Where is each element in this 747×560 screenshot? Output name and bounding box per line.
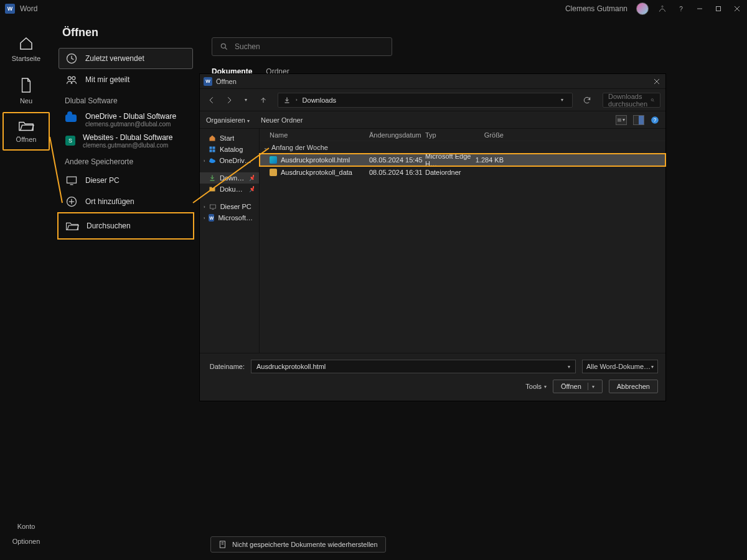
window-maximize-icon[interactable]	[713, 4, 723, 14]
breadcrumb-sep-icon: ›	[296, 97, 298, 103]
chevron-down-icon: ⌄	[263, 145, 268, 151]
window-minimize-icon[interactable]	[695, 4, 705, 14]
nav-new[interactable]: Neu	[2, 70, 50, 112]
pin-icon: 📌	[249, 175, 254, 181]
filename-label: Dateiname:	[207, 363, 245, 370]
file-open-dialog: W Öffnen ▾ › Downloads ▾ Downloads durch…	[199, 73, 666, 401]
location-shared[interactable]: Mit mir geteilt	[59, 69, 193, 90]
nav-open[interactable]: Öffnen	[2, 112, 50, 151]
list-header: Name Änderungsdatum Typ Größe	[260, 129, 665, 141]
tree-downloads[interactable]: Downloads 📌	[200, 172, 259, 184]
chevron-right-icon: ›	[204, 215, 205, 221]
nav-home-label: Startseite	[12, 55, 40, 62]
user-avatar[interactable]	[636, 2, 649, 15]
location-recent[interactable]: Zuletzt verwendet	[59, 48, 193, 69]
svg-point-14	[651, 98, 653, 100]
search-placeholder: Suchen	[235, 42, 260, 51]
location-browse[interactable]: Durchsuchen	[59, 213, 193, 238]
svg-line-15	[653, 100, 654, 101]
svg-point-7	[72, 77, 75, 80]
col-date[interactable]: Änderungsdatum	[369, 131, 425, 139]
location-this-pc-label: Dieser PC	[85, 176, 120, 185]
filename-input[interactable]: Ausdruckprotokoll.html ▾	[251, 360, 576, 373]
preview-pane-icon[interactable]	[633, 115, 644, 125]
nav-options[interactable]: Optionen	[12, 534, 40, 549]
svg-rect-27	[210, 205, 215, 208]
svg-point-0	[662, 6, 663, 7]
window-titlebar: W Word Clemens Gutmann ?	[0, 0, 747, 17]
col-size[interactable]: Größe	[472, 131, 504, 139]
chevron-down-icon: ▾	[651, 364, 654, 370]
nav-account[interactable]: Konto	[17, 519, 35, 534]
breadcrumb[interactable]: › Downloads ▾	[278, 93, 573, 108]
location-add-place-label: Ort hinzufügen	[85, 197, 134, 206]
nav-home[interactable]: Startseite	[2, 29, 50, 70]
tree-this-pc[interactable]: › Dieser PC	[200, 201, 259, 212]
sharepoint-icon: S	[65, 136, 75, 146]
nav-up-icon[interactable]	[256, 93, 270, 107]
svg-point-6	[68, 77, 71, 80]
help-icon[interactable]: ?	[676, 4, 686, 14]
chevron-down-icon: ▾	[568, 364, 570, 370]
file-group-header[interactable]: ⌄ Anfang der Woche	[260, 141, 665, 154]
window-close-icon[interactable]	[732, 4, 742, 14]
word-app-icon: W	[5, 4, 15, 14]
onedrive-title: OneDrive - Dlubal Software	[85, 112, 176, 121]
svg-rect-21	[210, 147, 212, 149]
nav-forward-icon[interactable]	[222, 93, 236, 107]
col-type[interactable]: Typ	[425, 131, 472, 139]
file-type-filter[interactable]: Alle Word-Dokumente (*.docx; … ▾	[582, 360, 658, 373]
svg-rect-2	[716, 7, 721, 11]
location-sharepoint[interactable]: S Websites - Dlubal Software clemens.gut…	[59, 130, 193, 151]
svg-point-26	[210, 159, 213, 162]
tree-onedrive[interactable]: › OneDrive - Dlubal…	[200, 155, 259, 166]
app-name: Word	[20, 4, 37, 13]
dialog-search-input[interactable]: Downloads durchsuchen	[603, 93, 660, 108]
dialog-nav-tree: Start Katalog › OneDrive - Dlubal… Downl…	[200, 129, 260, 353]
coming-soon-icon[interactable]	[657, 4, 667, 14]
folder-icon	[270, 169, 277, 176]
toolbar-new-folder[interactable]: Neuer Ordner	[261, 116, 303, 124]
chevron-right-icon: ›	[204, 158, 205, 164]
nav-new-label: Neu	[20, 97, 32, 105]
toolbar-organize[interactable]: Organisieren ▾	[206, 116, 250, 124]
breadcrumb-dropdown-icon[interactable]: ▾	[557, 97, 567, 103]
pin-icon: 📌	[249, 186, 254, 192]
svg-point-10	[221, 44, 225, 48]
edge-file-icon	[270, 156, 277, 164]
tree-microsoft-word[interactable]: › W Microsoft Word	[200, 212, 259, 223]
location-this-pc[interactable]: Dieser PC	[59, 170, 193, 191]
nav-refresh-icon[interactable]	[580, 93, 594, 107]
cancel-button[interactable]: Abbrechen	[609, 380, 658, 393]
file-row[interactable]: Ausdruckprotokoll.html 08.05.2024 15:45 …	[260, 154, 665, 166]
dialog-close-icon[interactable]	[652, 77, 662, 86]
org-section-label: Dlubal Software	[59, 90, 193, 109]
open-button[interactable]: Öffnen▾	[553, 380, 603, 393]
search-input[interactable]: Suchen	[212, 37, 392, 56]
tree-catalog[interactable]: Katalog	[200, 144, 259, 155]
dialog-title: Öffnen	[216, 78, 237, 85]
location-add-place[interactable]: Ort hinzufügen	[59, 191, 193, 212]
dialog-file-list: Name Änderungsdatum Typ Größe ⌄ Anfang d…	[260, 129, 665, 353]
tree-start[interactable]: Start	[200, 133, 259, 144]
help-info-icon[interactable]: ?	[651, 116, 659, 124]
restore-unsaved-button[interactable]: Nicht gespeicherte Dokumente wiederherst…	[210, 536, 386, 553]
nav-open-label: Öffnen	[16, 136, 37, 143]
nav-recent-dropdown-icon[interactable]: ▾	[239, 93, 253, 107]
dialog-search-placeholder: Downloads durchsuchen	[608, 93, 651, 108]
nav-back-icon[interactable]	[205, 93, 218, 107]
page-title: Öffnen	[62, 26, 193, 39]
sharepoint-email: clemens.gutmann@dlubal.com	[83, 142, 173, 149]
view-mode-icon[interactable]: ▾	[616, 115, 627, 125]
location-onedrive-work[interactable]: OneDrive - Dlubal Software clemens.gutma…	[59, 109, 193, 130]
word-app-icon: W	[204, 77, 212, 86]
onedrive-email: clemens.gutmann@dlubal.com	[85, 121, 176, 128]
sharepoint-title: Websites - Dlubal Software	[83, 133, 173, 142]
location-recent-label: Zuletzt verwendet	[85, 54, 144, 63]
tools-dropdown[interactable]: Tools ▾	[525, 383, 547, 390]
file-row[interactable]: Ausdruckprotokoll_data 08.05.2024 16:31 …	[260, 166, 665, 179]
svg-rect-23	[210, 150, 212, 152]
col-name[interactable]: Name	[270, 131, 369, 139]
tree-documents[interactable]: Dokumente 📌	[200, 184, 259, 195]
svg-rect-8	[67, 177, 77, 183]
